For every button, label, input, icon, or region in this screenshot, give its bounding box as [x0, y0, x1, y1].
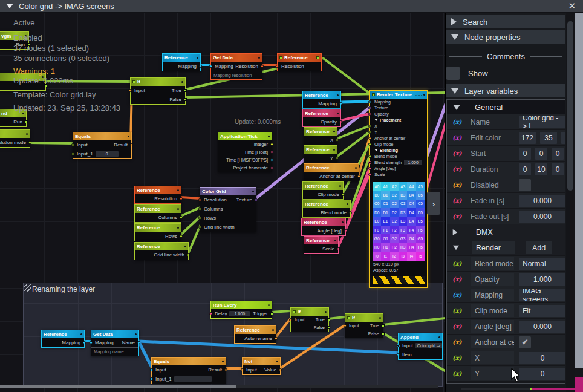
wire-ref-columns-to-colorgrid[interactable] [181, 207, 200, 216]
property-label[interactable]: Angle [deg] [471, 320, 514, 333]
input-port-angle-deg-[interactable] [368, 167, 371, 170]
input-port-anchor-at-center[interactable] [368, 137, 371, 140]
canvas-horizontal-scrollbar[interactable] [0, 385, 438, 388]
output-port-resolution[interactable] [180, 197, 183, 200]
run-in-port[interactable] [372, 93, 375, 96]
number-input[interactable]: 0 [519, 148, 531, 160]
number-input[interactable] [561, 132, 565, 144]
number-input[interactable]: 172 [519, 132, 536, 144]
select-input[interactable]: Fit [519, 305, 565, 317]
value-field[interactable]: 0 [96, 151, 119, 157]
node-header[interactable]: Reference [135, 186, 181, 194]
node-render-texture[interactable]: Render Texture· – ·MappingTextureOpacity… [369, 90, 428, 288]
output-port-true[interactable] [382, 324, 385, 327]
node-header[interactable]: If [291, 308, 328, 316]
output-port-x[interactable] [336, 139, 339, 142]
output-port-scale[interactable] [337, 247, 340, 250]
number-input[interactable]: 35 [540, 132, 557, 144]
output-port-trigger[interactable] [270, 312, 273, 315]
select-input[interactable]: IMAG screens [519, 289, 565, 301]
node-ref-resolution-mid[interactable]: ReferenceResolution [134, 186, 181, 204]
input-port-mapping[interactable] [90, 341, 93, 344]
number-input[interactable]: 10 [535, 163, 547, 175]
output-port-result[interactable] [224, 368, 227, 371]
node-header[interactable]: Reference [304, 164, 359, 172]
input-port-input-1[interactable] [71, 152, 74, 155]
input-port-mapping[interactable] [209, 65, 212, 68]
node-ref-anchor[interactable]: ReferenceAnchor at center [304, 163, 359, 181]
value-field[interactable]: 1.000 [229, 311, 250, 316]
input-port-input[interactable] [150, 368, 153, 371]
node-not-bot[interactable]: NotInputValue [242, 357, 281, 375]
node-append[interactable]: AppendInputColor grid ->Item [398, 333, 443, 360]
node-header[interactable]: Reference [303, 182, 343, 190]
property-label[interactable]: Mapping [471, 289, 514, 301]
input-port-clip-mode[interactable] [368, 143, 371, 146]
output-port-angle-deg-[interactable] [344, 229, 347, 232]
node-ref-scale[interactable]: ReferenceScale [304, 236, 339, 254]
output-port-mapping[interactable] [199, 65, 202, 68]
panel-vertical-scrollbar[interactable] [566, 13, 575, 392]
node-ref-resolution-top[interactable]: ReferenceResolution [277, 53, 322, 71]
node-header[interactable]: Get Data [211, 54, 262, 62]
value-field[interactable]: Color grid -> [415, 343, 442, 348]
number-input[interactable]: 0 [552, 163, 564, 175]
node-header[interactable]: Render Texture· – · [370, 91, 427, 99]
checkbox[interactable] [519, 179, 531, 191]
input-port-delay[interactable] [209, 312, 212, 315]
checkbox[interactable]: ✔ [519, 336, 531, 348]
node-header[interactable]: Not [243, 358, 280, 365]
wire-ref-resolution-to-colorgrid[interactable] [181, 197, 200, 198]
property-label[interactable]: Blend mode [471, 257, 514, 270]
number-input[interactable]: 0 [519, 352, 565, 364]
number-input[interactable]: 0 [519, 368, 565, 380]
node-header[interactable]: Reference [42, 330, 84, 338]
output-port-resolution-mode[interactable] [28, 141, 31, 144]
input-port-input[interactable] [397, 344, 400, 347]
input-port-opacity[interactable] [368, 113, 371, 116]
value-field[interactable]: 1.000 [404, 160, 422, 165]
node-ref-angle[interactable]: ReferenceAngle [deg] [301, 218, 346, 236]
node-header[interactable]: Reference [304, 146, 337, 154]
node-header[interactable]: Reference [303, 91, 340, 99]
input-port-input-1[interactable] [150, 377, 153, 381]
output-port-clip-mode[interactable] [342, 193, 345, 196]
node-header[interactable]: Reference [303, 200, 350, 208]
section-general[interactable]: General [447, 100, 565, 114]
output-port-project-framerate[interactable] [270, 166, 273, 169]
input-port-grid-line-width[interactable] [198, 226, 201, 229]
output-port-true[interactable] [327, 318, 330, 321]
input-port-resolution[interactable] [198, 198, 201, 201]
node-ref-y[interactable]: ReferenceY [304, 145, 337, 163]
input-port-input[interactable] [241, 368, 244, 371]
wire-runevery-to-if1[interactable] [272, 311, 290, 312]
node-ref-blend[interactable]: ReferenceBlend mode [302, 200, 351, 218]
input-port-input[interactable] [71, 143, 74, 146]
input-port-mapping[interactable] [368, 100, 371, 103]
node-run-every[interactable]: Run EveryDelay1.000Trigger [210, 301, 272, 319]
input-port-item[interactable] [397, 353, 400, 356]
output-port-texture[interactable] [255, 198, 258, 201]
property-label[interactable]: Y [471, 367, 514, 380]
number-input[interactable]: 0 [552, 148, 564, 160]
node-header[interactable]: Reference [135, 243, 188, 250]
output-port-false[interactable] [327, 326, 330, 329]
node-if-bot2[interactable]: IfInputTrueFalse [345, 313, 383, 338]
input-port-texture[interactable] [368, 106, 371, 109]
output-port-auto-rename[interactable] [275, 337, 278, 340]
wire-getdata-name-to-equals[interactable] [138, 341, 152, 368]
node-ref-mapping-bot[interactable]: ReferenceMapping [41, 330, 85, 348]
node-header[interactable]: If [345, 314, 383, 322]
run-out-port[interactable] [316, 56, 319, 59]
scrollbar-thumb[interactable] [0, 385, 236, 388]
section-node-properties[interactable]: Node properties [446, 30, 565, 44]
output-port-mapping[interactable] [339, 102, 342, 105]
wire-autorename-to-if1[interactable] [276, 318, 291, 337]
output-port-columns[interactable] [180, 216, 183, 219]
node-header[interactable]: Reference [304, 128, 337, 136]
property-label[interactable]: Clip mode [471, 304, 514, 317]
node-header[interactable]: Reference [235, 326, 276, 334]
output-port-result[interactable] [130, 143, 133, 146]
node-ref-clip[interactable]: ReferenceClip mode [302, 181, 344, 200]
input-port-x[interactable] [368, 125, 371, 128]
